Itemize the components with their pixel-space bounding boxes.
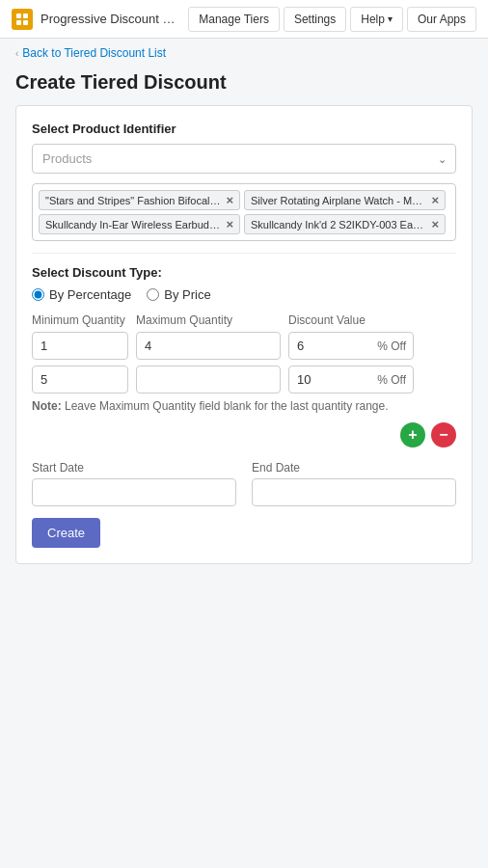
radio-by-percentage-input[interactable] xyxy=(32,288,44,301)
section-divider xyxy=(32,253,456,254)
back-chevron-icon: ‹ xyxy=(15,48,18,59)
start-date-field: Start Date xyxy=(32,461,236,506)
discount-input-1[interactable] xyxy=(288,332,414,360)
discount-field-1: Discount Value % Off xyxy=(288,313,414,360)
page-title: Create Tiered Discount xyxy=(0,68,488,105)
product-tag-remove-icon[interactable]: × xyxy=(431,194,439,206)
chevron-down-icon: ▾ xyxy=(388,14,393,24)
product-tag-remove-icon[interactable]: × xyxy=(226,194,233,206)
svg-rect-2 xyxy=(16,20,21,25)
product-tag-text: Silver Rotating Airplane Watch - Men | '… xyxy=(251,195,426,206)
tier-actions: + − xyxy=(32,422,456,448)
tier-row-2: % Off xyxy=(32,366,456,393)
start-date-label: Start Date xyxy=(32,461,236,475)
product-tag: Skullcandy Ink'd 2 S2IKDY-003 Earbuds - … xyxy=(244,214,446,234)
svg-rect-1 xyxy=(23,14,28,18)
our-apps-button[interactable]: Our Apps xyxy=(407,7,476,32)
min-qty-field-1: Minimum Quantity xyxy=(32,313,128,360)
product-section-label: Select Product Identifier xyxy=(32,122,456,136)
product-select-wrapper: Products ⌄ xyxy=(32,144,456,174)
tier-note: Note: Leave Maximum Quantity field blank… xyxy=(32,399,456,413)
date-row: Start Date End Date xyxy=(32,461,456,506)
product-tag-remove-icon[interactable]: × xyxy=(431,218,439,231)
min-qty-field-2 xyxy=(32,366,128,393)
max-qty-label-1: Maximum Quantity xyxy=(136,313,281,327)
note-prefix: Note: xyxy=(32,399,65,413)
min-qty-input-1[interactable] xyxy=(32,332,128,360)
topbar-nav: Manage Tiers Settings Help ▾ Our Apps xyxy=(188,7,476,32)
manage-tiers-button[interactable]: Manage Tiers xyxy=(188,7,280,32)
max-qty-input-1[interactable] xyxy=(136,332,281,360)
create-button[interactable]: Create xyxy=(32,518,100,548)
min-qty-input-2[interactable] xyxy=(32,366,128,393)
svg-rect-3 xyxy=(23,20,28,25)
discount-type-radio-group: By Percentage By Price xyxy=(32,287,456,302)
product-tag: "Stars and Stripes" Fashion Bifocal Sung… xyxy=(39,190,240,210)
discount-type-label: Select Discount Type: xyxy=(32,265,456,280)
radio-by-percentage-label: By Percentage xyxy=(49,287,131,302)
end-date-field: End Date xyxy=(252,461,456,506)
breadcrumb: ‹ Back to Tiered Discount List xyxy=(0,39,488,68)
radio-by-percentage[interactable]: By Percentage xyxy=(32,287,131,302)
note-text: Leave Maximum Quantity field blank for t… xyxy=(65,399,389,413)
min-qty-label-1: Minimum Quantity xyxy=(32,313,128,327)
product-tag: Skullcandy In-Ear Wireless Earbuds | '46… xyxy=(39,214,240,234)
discount-input-2[interactable] xyxy=(288,366,414,393)
discount-label-1: Discount Value xyxy=(288,313,414,327)
product-tag-text: "Stars and Stripes" Fashion Bifocal Sung… xyxy=(45,195,221,206)
topbar: Progressive Discount – A Tiered Discount… xyxy=(0,0,488,39)
help-label: Help xyxy=(361,13,385,26)
end-date-input[interactable] xyxy=(252,478,456,506)
product-tag-text: Skullcandy In-Ear Wireless Earbuds | '46… xyxy=(45,219,221,231)
app-logo xyxy=(12,9,33,30)
start-date-input[interactable] xyxy=(32,478,236,506)
product-tag-remove-icon[interactable]: × xyxy=(226,218,233,231)
tier-row-1: Minimum Quantity Maximum Quantity Discou… xyxy=(32,313,456,360)
product-tag-text: Skullcandy Ink'd 2 S2IKDY-003 Earbuds - … xyxy=(251,219,426,231)
end-date-label: End Date xyxy=(252,461,456,475)
discount-input-wrapper-2: % Off xyxy=(288,366,414,393)
max-qty-field-2 xyxy=(136,366,281,393)
max-qty-input-2[interactable] xyxy=(136,366,281,393)
discount-field-2: % Off xyxy=(288,366,414,393)
app-title: Progressive Discount – A Tiered Discount… xyxy=(41,12,180,26)
radio-by-price-label: By Price xyxy=(164,287,210,302)
radio-by-price[interactable]: By Price xyxy=(147,287,210,302)
radio-by-price-input[interactable] xyxy=(147,288,159,301)
help-button[interactable]: Help ▾ xyxy=(350,7,403,32)
remove-tier-button[interactable]: − xyxy=(431,422,456,448)
create-discount-card: Select Product Identifier Products ⌄ "St… xyxy=(15,105,473,564)
svg-rect-0 xyxy=(16,14,21,18)
discount-input-wrapper-1: % Off xyxy=(288,332,414,360)
product-select[interactable]: Products xyxy=(32,144,456,174)
add-tier-button[interactable]: + xyxy=(400,422,425,448)
product-tag: Silver Rotating Airplane Watch - Men | '… xyxy=(244,190,446,210)
product-tags-container: "Stars and Stripes" Fashion Bifocal Sung… xyxy=(32,183,456,241)
breadcrumb-link[interactable]: Back to Tiered Discount List xyxy=(22,46,166,60)
settings-button[interactable]: Settings xyxy=(284,7,346,32)
max-qty-field-1: Maximum Quantity xyxy=(136,313,281,360)
